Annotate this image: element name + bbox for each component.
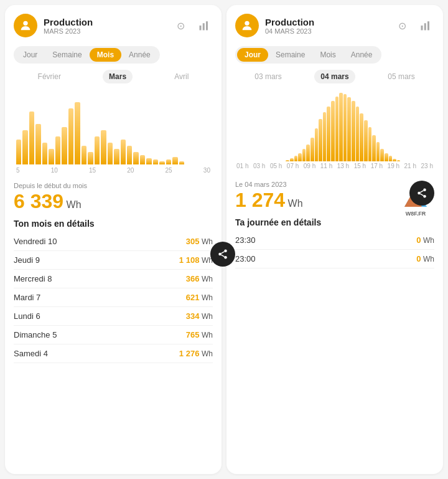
right-chart-icon[interactable] xyxy=(417,17,434,34)
bar xyxy=(306,145,310,162)
bar xyxy=(82,146,86,164)
bar xyxy=(146,158,151,164)
bar xyxy=(372,135,376,161)
left-stat-value-row: 6 339 Wh xyxy=(14,191,213,212)
detail-day: Jeudi 9 xyxy=(14,255,40,265)
svg-rect-2 xyxy=(203,23,205,30)
svg-rect-6 xyxy=(424,23,426,30)
tab-jour-left[interactable]: Jour xyxy=(16,48,45,62)
detail-row: Mardi 7 621 Wh xyxy=(14,288,213,307)
bar xyxy=(385,153,388,161)
tab-mois-left[interactable]: Mois xyxy=(90,48,121,62)
bar xyxy=(298,153,302,161)
left-chart-bars xyxy=(14,90,213,164)
right-stat-value-row: 1 274 Wh xyxy=(235,189,434,211)
bar xyxy=(331,101,335,161)
right-subtitle: 04 MARS 2023 xyxy=(265,27,387,35)
left-title-block: Production MARS 2023 xyxy=(44,17,166,35)
right-settings-icon[interactable]: ⊙ xyxy=(393,17,411,34)
right-period-selector: 03 mars 04 mars 05 mars xyxy=(235,70,434,83)
period-05mars[interactable]: 05 mars xyxy=(381,70,421,83)
bar xyxy=(16,140,21,164)
detail-unit: Wh xyxy=(202,275,213,283)
left-period-selector: Février Mars Avril xyxy=(14,70,213,83)
bar xyxy=(335,97,339,162)
bar xyxy=(343,94,347,161)
bar xyxy=(75,102,80,164)
right-chart: W8F.FR 01 h 03 h 05 h 07 h 09 h 11 h 13 … xyxy=(235,90,434,177)
left-chart-icon[interactable] xyxy=(195,17,213,34)
bar xyxy=(179,161,184,164)
bar xyxy=(42,143,47,164)
detail-value: 366 Wh xyxy=(186,274,213,283)
tab-annee-right[interactable]: Année xyxy=(343,48,380,62)
bar xyxy=(29,111,34,164)
detail-value: 305 Wh xyxy=(186,237,213,246)
left-chart: 5 10 15 20 25 30 xyxy=(14,90,213,177)
detail-row: 23:30 0 Wh xyxy=(235,231,434,250)
svg-line-14 xyxy=(420,191,423,192)
bar xyxy=(389,156,393,161)
svg-point-0 xyxy=(23,21,27,26)
period-04mars[interactable]: 04 mars xyxy=(314,70,355,83)
detail-value: 1 108 Wh xyxy=(179,255,213,265)
svg-rect-7 xyxy=(427,21,429,30)
tab-jour-right[interactable]: Jour xyxy=(237,48,268,62)
right-stat-value: 1 274 xyxy=(235,189,285,211)
tab-mois-right[interactable]: Mois xyxy=(312,48,343,62)
right-avatar xyxy=(235,14,259,37)
left-settings-icon[interactable]: ⊙ xyxy=(172,17,189,34)
left-details-list: Vendredi 10 305 Wh Jeudi 9 1 108 Wh Merc… xyxy=(14,232,213,363)
right-title-block: Production 04 MARS 2023 xyxy=(265,17,387,35)
tab-semaine-left[interactable]: Semaine xyxy=(45,48,89,62)
right-stat-section: Le 04 mars 2023 1 274 Wh xyxy=(235,181,434,211)
bar xyxy=(133,152,138,164)
detail-row: Jeudi 9 1 108 Wh xyxy=(14,251,213,270)
svg-rect-3 xyxy=(206,21,208,30)
right-panel: Production 04 MARS 2023 ⊙ Jour Semaine M… xyxy=(226,5,443,474)
bar xyxy=(108,143,113,164)
svg-point-16 xyxy=(218,253,222,256)
left-chart-labels: 5 10 15 20 25 30 xyxy=(14,167,213,174)
detail-time: 23:30 xyxy=(235,235,256,245)
watermark-text: W8F.FR xyxy=(403,211,428,217)
svg-rect-5 xyxy=(421,26,423,31)
bar xyxy=(49,149,54,164)
bar xyxy=(339,93,343,161)
period-avril[interactable]: Avril xyxy=(168,70,195,83)
left-stat-value: 6 339 xyxy=(14,190,63,212)
period-mars[interactable]: Mars xyxy=(103,70,133,83)
bar xyxy=(101,130,106,164)
detail-time: 23:00 xyxy=(235,254,256,263)
bar xyxy=(368,127,372,161)
detail-value: 765 Wh xyxy=(186,330,213,339)
detail-value: 0 Wh xyxy=(416,235,434,245)
detail-day: Mardi 7 xyxy=(14,293,40,302)
period-fevrier[interactable]: Février xyxy=(32,70,67,83)
period-03mars[interactable]: 03 mars xyxy=(248,70,287,83)
bar xyxy=(68,108,73,164)
app-container: Production MARS 2023 ⊙ Jour Semaine Mois… xyxy=(0,0,448,479)
svg-line-18 xyxy=(221,255,224,257)
bar xyxy=(397,160,401,161)
detail-value: 1 276 Wh xyxy=(179,349,213,358)
left-stat-section: Depuis le début du mois 6 339 Wh xyxy=(14,182,213,212)
detail-unit: Wh xyxy=(202,312,213,321)
detail-row: Vendredi 10 305 Wh xyxy=(14,232,213,251)
bar xyxy=(159,161,164,164)
left-share-button[interactable] xyxy=(210,242,235,267)
bar xyxy=(310,138,314,162)
bar xyxy=(315,128,319,161)
right-share-button[interactable] xyxy=(409,181,434,206)
left-stat-label: Depuis le début du mois xyxy=(14,182,213,189)
detail-day: Dimanche 5 xyxy=(14,330,57,339)
bar xyxy=(356,107,360,161)
detail-day: Mercredi 8 xyxy=(14,274,52,283)
bar xyxy=(290,158,294,162)
tab-semaine-right[interactable]: Semaine xyxy=(268,48,312,62)
bar xyxy=(352,101,355,161)
detail-row: Samedi 4 1 276 Wh xyxy=(14,344,213,363)
right-title: Production xyxy=(265,17,387,27)
bar xyxy=(114,149,119,164)
tab-annee-left[interactable]: Année xyxy=(121,48,158,62)
